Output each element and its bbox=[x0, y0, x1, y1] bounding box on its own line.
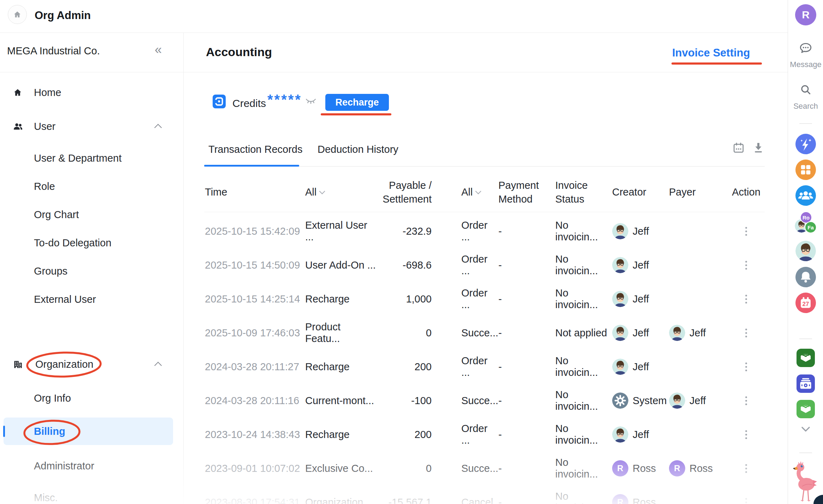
message-icon[interactable] bbox=[788, 41, 823, 56]
sidebar-item-org-info[interactable]: Org Info bbox=[0, 384, 183, 412]
sidebar-item-label: User bbox=[34, 121, 55, 132]
cell-amount: -232.9 bbox=[376, 226, 432, 237]
row-actions-menu[interactable] bbox=[745, 396, 747, 405]
topbar-divider bbox=[0, 32, 788, 33]
sidebar-item-label: Organization bbox=[35, 359, 93, 370]
user-avatar[interactable]: R bbox=[795, 4, 816, 25]
cell-payment: - bbox=[493, 293, 551, 305]
dual-account-avatar[interactable]: Ro Fa bbox=[795, 211, 817, 233]
system-gear-avatar bbox=[612, 392, 628, 409]
avatar bbox=[669, 325, 685, 341]
app-title: Org Admin bbox=[35, 9, 91, 22]
calendar-filter-icon[interactable] bbox=[733, 142, 745, 155]
cell-invoice: No invoicin... bbox=[551, 253, 609, 277]
table-row: 2023-08-30 17:54:31 Organization ... -15… bbox=[204, 485, 765, 504]
row-actions-menu[interactable] bbox=[745, 261, 747, 270]
col-payer: Payer bbox=[667, 185, 728, 199]
cell-status: Cancel... bbox=[432, 497, 493, 504]
col-payment-method: PaymentMethod bbox=[493, 179, 551, 206]
cell-invoice: No invoicin... bbox=[551, 220, 609, 243]
cell-invoice: No invoicin... bbox=[551, 355, 609, 378]
home-circle-button[interactable] bbox=[8, 5, 27, 24]
rail-divider bbox=[799, 123, 812, 124]
cell-type: User Add-On ... bbox=[304, 259, 376, 271]
row-actions-menu[interactable] bbox=[745, 498, 747, 504]
chevron-up-icon[interactable] bbox=[154, 124, 162, 131]
cell-invoice: No invoicin... bbox=[551, 457, 609, 480]
filter-label: All bbox=[461, 185, 473, 199]
row-actions-menu[interactable] bbox=[745, 295, 747, 304]
col-invoice-status: InvoiceStatus bbox=[551, 179, 609, 206]
billing-money-icon[interactable] bbox=[797, 374, 815, 393]
cell-type: Product Featu... bbox=[304, 321, 376, 344]
avatar bbox=[612, 325, 628, 341]
sidebar-item-label: Org Info bbox=[34, 392, 71, 404]
chevron-up-icon[interactable] bbox=[154, 361, 162, 369]
tab-transaction-records[interactable]: Transaction Records bbox=[208, 144, 302, 155]
eye-off-icon[interactable] bbox=[305, 97, 316, 107]
sidebar-collapse-icon[interactable]: « bbox=[155, 42, 162, 57]
chevron-down-icon bbox=[475, 188, 481, 194]
annotation-underline-invoice-setting bbox=[671, 62, 762, 65]
sidebar-item-user[interactable]: User bbox=[0, 109, 183, 143]
row-actions-menu[interactable] bbox=[745, 329, 747, 337]
table-row: 2023-09-01 10:07:02 Exclusive Co... 0 Su… bbox=[204, 451, 765, 485]
tab-deduction-history[interactable]: Deduction History bbox=[318, 144, 398, 155]
chevron-down-icon bbox=[319, 188, 325, 194]
plugin-lego-green-icon[interactable] bbox=[797, 400, 815, 418]
sidebar-item-groups[interactable]: Groups bbox=[0, 257, 183, 285]
sidebar-item-org-chart[interactable]: Org Chart bbox=[0, 200, 183, 229]
row-actions-menu[interactable] bbox=[745, 227, 747, 236]
sidebar-item-role[interactable]: Role bbox=[0, 172, 183, 200]
row-actions-menu[interactable] bbox=[745, 430, 747, 439]
initial-avatar: R bbox=[612, 494, 628, 504]
sidebar-item-todo-delegation[interactable]: To-do Delegation bbox=[0, 229, 183, 257]
automation-lightning-icon[interactable] bbox=[788, 134, 823, 154]
recharge-button[interactable]: Recharge bbox=[325, 94, 389, 111]
cell-time: 2024-03-28 20:11:27 bbox=[204, 361, 304, 373]
type-filter-dropdown[interactable]: All bbox=[305, 185, 376, 199]
plugin-lego-dark-icon[interactable] bbox=[797, 349, 815, 367]
row-actions-menu[interactable] bbox=[745, 464, 747, 473]
sidebar-item-label: To-do Delegation bbox=[34, 237, 111, 249]
sidebar-item-administrator[interactable]: Administrator bbox=[0, 452, 183, 480]
payer-name: Jeff bbox=[689, 327, 706, 339]
cell-amount: -15,567.1 bbox=[376, 497, 432, 504]
contacts-people-icon[interactable] bbox=[788, 185, 823, 206]
sidebar-item-external-user[interactable]: External User bbox=[0, 285, 183, 313]
cell-time: 2024-03-28 20:11:16 bbox=[204, 395, 304, 407]
cell-status: Succe... bbox=[432, 463, 493, 474]
table-row: 2024-03-28 20:11:16 Current-mont... -100… bbox=[204, 384, 765, 418]
sidebar-item-label: Home bbox=[34, 87, 61, 98]
active-tab-indicator bbox=[204, 165, 299, 167]
creator-name: Ross bbox=[633, 463, 656, 474]
profile-avatar[interactable] bbox=[788, 241, 823, 261]
search-icon[interactable] bbox=[788, 83, 823, 97]
status-filter-dropdown[interactable]: All bbox=[461, 185, 493, 199]
cell-payment: - bbox=[493, 361, 551, 373]
cell-status: Order ... bbox=[432, 355, 493, 378]
invoice-setting-link[interactable]: Invoice Setting bbox=[672, 47, 750, 59]
rail-collapse-chevron-icon[interactable] bbox=[788, 426, 823, 433]
sidebar-item-organization[interactable]: Organization bbox=[0, 347, 183, 381]
cell-type: Recharge bbox=[304, 361, 376, 373]
initial-avatar: R bbox=[669, 460, 685, 476]
sidebar-item-home[interactable]: Home bbox=[0, 76, 183, 109]
sidebar-item-user-department[interactable]: User & Department bbox=[0, 144, 183, 172]
sidebar-item-misc[interactable]: Misc. bbox=[0, 484, 183, 504]
table-row: 2025-10-15 14:25:14 Recharge 1,000 Order… bbox=[204, 282, 765, 316]
calendar-day-icon[interactable]: 27 bbox=[788, 293, 823, 313]
apps-grid-icon[interactable] bbox=[788, 160, 823, 180]
cell-type: Exclusive Co... bbox=[304, 463, 376, 474]
cell-time: 2025-10-09 17:46:03 bbox=[204, 327, 304, 339]
cell-status: Order ... bbox=[432, 220, 493, 243]
avatar bbox=[612, 291, 628, 307]
sidebar-item-billing[interactable]: Billing bbox=[0, 418, 183, 445]
payer-name: Ross bbox=[689, 463, 713, 474]
org-admin-app: Org Admin MEGA Industrial Co. « Home Use… bbox=[0, 0, 823, 504]
avatar bbox=[612, 223, 628, 239]
row-actions-menu[interactable] bbox=[745, 362, 747, 371]
download-icon[interactable] bbox=[753, 142, 764, 155]
cell-time: 2025-10-15 14:25:14 bbox=[204, 293, 304, 305]
notifications-bell-icon[interactable] bbox=[788, 267, 823, 287]
